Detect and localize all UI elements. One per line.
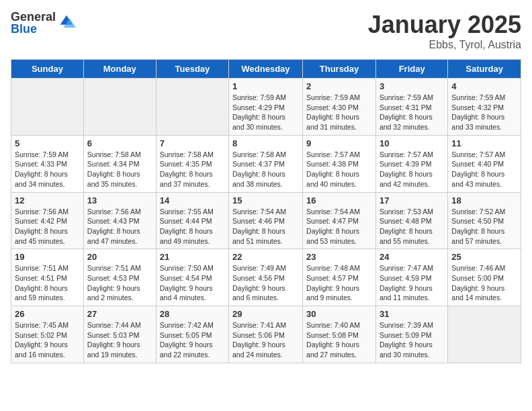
calendar-cell: 13Sunrise: 7:56 AM Sunset: 4:43 PM Dayli… (83, 192, 156, 249)
day-number: 16 (306, 195, 372, 205)
day-number: 22 (232, 252, 299, 262)
day-number: 10 (380, 138, 444, 148)
day-number: 9 (306, 138, 372, 148)
calendar-week-row: 12Sunrise: 7:56 AM Sunset: 4:42 PM Dayli… (11, 192, 521, 249)
day-number: 19 (15, 252, 80, 262)
calendar-cell (448, 306, 521, 363)
calendar-cell: 3Sunrise: 7:59 AM Sunset: 4:31 PM Daylig… (375, 79, 447, 136)
calendar-cell: 16Sunrise: 7:54 AM Sunset: 4:47 PM Dayli… (303, 192, 376, 249)
day-number: 1 (232, 81, 299, 91)
weekday-header: Friday (375, 60, 447, 79)
logo: General Blue (11, 11, 76, 35)
calendar-cell: 28Sunrise: 7:42 AM Sunset: 5:05 PM Dayli… (156, 306, 228, 363)
day-number: 26 (15, 309, 80, 319)
logo-blue: Blue (11, 23, 56, 35)
calendar-cell: 1Sunrise: 7:59 AM Sunset: 4:29 PM Daylig… (229, 79, 303, 136)
day-number: 6 (87, 138, 152, 148)
logo-icon (57, 12, 76, 31)
calendar-cell: 9Sunrise: 7:57 AM Sunset: 4:38 PM Daylig… (303, 135, 376, 192)
calendar-cell: 22Sunrise: 7:49 AM Sunset: 4:56 PM Dayli… (229, 249, 303, 306)
calendar-cell: 12Sunrise: 7:56 AM Sunset: 4:42 PM Dayli… (11, 192, 84, 249)
calendar-cell: 19Sunrise: 7:51 AM Sunset: 4:51 PM Dayli… (11, 249, 84, 306)
day-number: 20 (87, 252, 152, 262)
weekday-header: Sunday (11, 60, 84, 79)
calendar-cell: 24Sunrise: 7:47 AM Sunset: 4:59 PM Dayli… (375, 249, 447, 306)
weekday-header: Wednesday (229, 60, 303, 79)
day-info: Sunrise: 7:51 AM Sunset: 4:53 PM Dayligh… (87, 263, 152, 303)
weekday-header: Saturday (448, 60, 521, 79)
day-info: Sunrise: 7:56 AM Sunset: 4:42 PM Dayligh… (15, 207, 80, 246)
page-header: General Blue January 2025 Ebbs, Tyrol, A… (11, 11, 521, 51)
day-info: Sunrise: 7:40 AM Sunset: 5:08 PM Dayligh… (306, 320, 372, 360)
calendar-week-row: 5Sunrise: 7:59 AM Sunset: 4:33 PM Daylig… (11, 135, 521, 192)
weekday-header: Thursday (303, 60, 376, 79)
day-number: 30 (306, 309, 372, 319)
day-number: 21 (160, 252, 225, 262)
calendar-cell: 31Sunrise: 7:39 AM Sunset: 5:09 PM Dayli… (375, 306, 447, 363)
day-number: 18 (451, 195, 517, 205)
day-info: Sunrise: 7:46 AM Sunset: 5:00 PM Dayligh… (451, 263, 517, 303)
calendar-cell: 6Sunrise: 7:58 AM Sunset: 4:34 PM Daylig… (83, 135, 156, 192)
day-info: Sunrise: 7:59 AM Sunset: 4:29 PM Dayligh… (232, 93, 299, 132)
day-number: 23 (306, 252, 372, 262)
day-number: 4 (451, 81, 517, 91)
day-info: Sunrise: 7:59 AM Sunset: 4:31 PM Dayligh… (380, 93, 444, 132)
day-number: 8 (232, 138, 299, 148)
day-info: Sunrise: 7:39 AM Sunset: 5:09 PM Dayligh… (380, 320, 444, 360)
calendar-cell: 11Sunrise: 7:57 AM Sunset: 4:40 PM Dayli… (448, 135, 521, 192)
day-info: Sunrise: 7:48 AM Sunset: 4:57 PM Dayligh… (306, 263, 372, 303)
day-info: Sunrise: 7:54 AM Sunset: 4:47 PM Dayligh… (306, 207, 372, 246)
day-number: 25 (451, 252, 517, 262)
day-info: Sunrise: 7:45 AM Sunset: 5:02 PM Dayligh… (15, 320, 80, 360)
calendar-week-row: 19Sunrise: 7:51 AM Sunset: 4:51 PM Dayli… (11, 249, 521, 306)
calendar-cell: 15Sunrise: 7:54 AM Sunset: 4:46 PM Dayli… (229, 192, 303, 249)
day-info: Sunrise: 7:42 AM Sunset: 5:05 PM Dayligh… (160, 320, 225, 360)
day-info: Sunrise: 7:52 AM Sunset: 4:50 PM Dayligh… (451, 207, 517, 246)
logo-text: General Blue (11, 11, 56, 35)
day-info: Sunrise: 7:44 AM Sunset: 5:03 PM Dayligh… (87, 320, 152, 360)
calendar-week-row: 26Sunrise: 7:45 AM Sunset: 5:02 PM Dayli… (11, 306, 521, 363)
calendar-cell: 18Sunrise: 7:52 AM Sunset: 4:50 PM Dayli… (448, 192, 521, 249)
day-info: Sunrise: 7:57 AM Sunset: 4:38 PM Dayligh… (306, 150, 372, 189)
day-number: 5 (15, 138, 80, 148)
day-number: 24 (380, 252, 444, 262)
calendar-cell: 8Sunrise: 7:58 AM Sunset: 4:37 PM Daylig… (229, 135, 303, 192)
calendar-cell: 30Sunrise: 7:40 AM Sunset: 5:08 PM Dayli… (303, 306, 376, 363)
calendar-cell: 20Sunrise: 7:51 AM Sunset: 4:53 PM Dayli… (83, 249, 156, 306)
day-info: Sunrise: 7:58 AM Sunset: 4:35 PM Dayligh… (160, 150, 225, 189)
day-number: 12 (15, 195, 80, 205)
calendar-header-row: SundayMondayTuesdayWednesdayThursdayFrid… (11, 60, 521, 79)
day-number: 3 (380, 81, 444, 91)
calendar-cell: 5Sunrise: 7:59 AM Sunset: 4:33 PM Daylig… (11, 135, 84, 192)
day-number: 11 (451, 138, 517, 148)
weekday-header: Monday (83, 60, 156, 79)
day-info: Sunrise: 7:49 AM Sunset: 4:56 PM Dayligh… (232, 263, 299, 303)
calendar-cell (11, 79, 84, 136)
location: Ebbs, Tyrol, Austria (368, 39, 521, 51)
day-number: 2 (306, 81, 372, 91)
day-info: Sunrise: 7:59 AM Sunset: 4:32 PM Dayligh… (451, 93, 517, 132)
day-info: Sunrise: 7:57 AM Sunset: 4:40 PM Dayligh… (451, 150, 517, 189)
title-block: January 2025 Ebbs, Tyrol, Austria (368, 11, 521, 51)
calendar-cell: 10Sunrise: 7:57 AM Sunset: 4:39 PM Dayli… (375, 135, 447, 192)
month-title: January 2025 (368, 11, 521, 39)
logo-general: General (11, 11, 56, 23)
calendar-cell: 23Sunrise: 7:48 AM Sunset: 4:57 PM Dayli… (303, 249, 376, 306)
day-info: Sunrise: 7:47 AM Sunset: 4:59 PM Dayligh… (380, 263, 444, 303)
day-number: 31 (380, 309, 444, 319)
calendar-cell: 2Sunrise: 7:59 AM Sunset: 4:30 PM Daylig… (303, 79, 376, 136)
calendar-cell: 17Sunrise: 7:53 AM Sunset: 4:48 PM Dayli… (375, 192, 447, 249)
day-info: Sunrise: 7:41 AM Sunset: 5:06 PM Dayligh… (232, 320, 299, 360)
day-info: Sunrise: 7:59 AM Sunset: 4:33 PM Dayligh… (15, 150, 80, 189)
day-info: Sunrise: 7:59 AM Sunset: 4:30 PM Dayligh… (306, 93, 372, 132)
weekday-header: Tuesday (156, 60, 228, 79)
day-number: 28 (160, 309, 225, 319)
day-number: 15 (232, 195, 299, 205)
calendar-cell (83, 79, 156, 136)
calendar-cell: 14Sunrise: 7:55 AM Sunset: 4:44 PM Dayli… (156, 192, 228, 249)
calendar-table: SundayMondayTuesdayWednesdayThursdayFrid… (11, 59, 521, 363)
day-info: Sunrise: 7:56 AM Sunset: 4:43 PM Dayligh… (87, 207, 152, 246)
day-info: Sunrise: 7:58 AM Sunset: 4:37 PM Dayligh… (232, 150, 299, 189)
day-info: Sunrise: 7:57 AM Sunset: 4:39 PM Dayligh… (380, 150, 444, 189)
day-info: Sunrise: 7:54 AM Sunset: 4:46 PM Dayligh… (232, 207, 299, 246)
